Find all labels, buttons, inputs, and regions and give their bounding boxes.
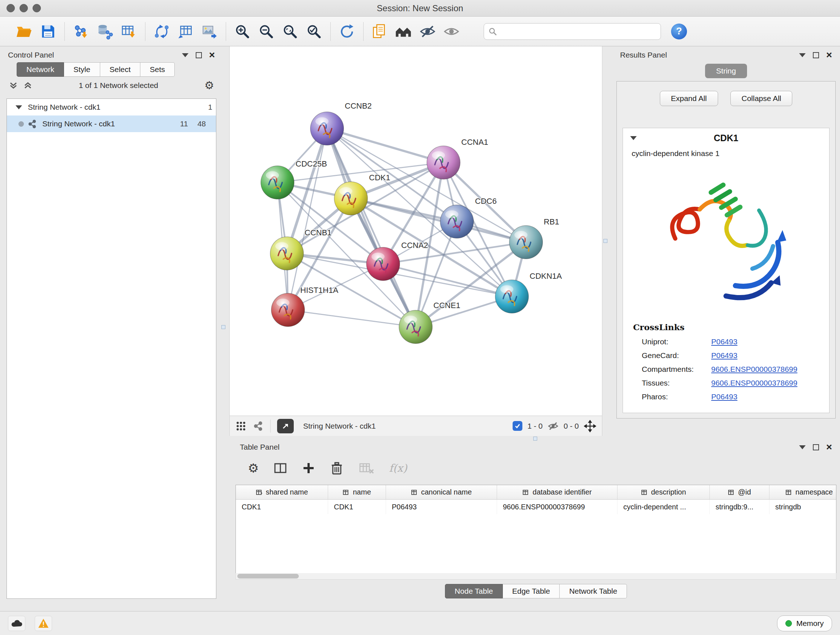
panel-menu-icon[interactable] bbox=[799, 53, 806, 57]
expand-all-icon[interactable] bbox=[23, 81, 33, 90]
close-panel-icon[interactable]: × bbox=[209, 51, 215, 59]
crosslink-tissues-link[interactable]: 9606.ENSP00000378699 bbox=[711, 379, 797, 387]
zoom-selected-icon[interactable] bbox=[302, 20, 326, 43]
tab-edge-table[interactable]: Edge Table bbox=[503, 584, 560, 599]
network-edge[interactable] bbox=[351, 198, 526, 242]
column-header[interactable]: database identifier bbox=[497, 485, 617, 500]
float-panel-icon[interactable] bbox=[196, 52, 202, 58]
hide-selected-eye-slash-icon[interactable] bbox=[416, 20, 439, 43]
column-header[interactable]: name bbox=[328, 485, 386, 500]
table-row[interactable]: CDK1 CDK1 P06493 9606.ENSP00000378699 cy… bbox=[236, 500, 836, 514]
network-collection-row[interactable]: String Network - cdk1 1 bbox=[7, 99, 216, 116]
update-network-icon[interactable] bbox=[335, 20, 359, 43]
network-edge[interactable] bbox=[288, 310, 416, 327]
crosslink-compartments-link[interactable]: 9606.ENSP00000378699 bbox=[711, 365, 797, 374]
import-network-file-icon[interactable] bbox=[69, 20, 93, 43]
cloud-status-icon[interactable] bbox=[8, 616, 25, 631]
network-edge[interactable] bbox=[327, 128, 444, 163]
function-builder-icon-disabled: f(x) bbox=[389, 462, 407, 474]
cell-namespace[interactable]: stringdb bbox=[769, 500, 836, 514]
column-header[interactable]: description bbox=[617, 485, 710, 500]
cell-database-identifier[interactable]: 9606.ENSP00000378699 bbox=[497, 500, 617, 514]
cell-id[interactable]: stringdb:9... bbox=[710, 500, 769, 514]
import-network-database-icon[interactable] bbox=[93, 20, 117, 43]
warning-icon[interactable] bbox=[35, 616, 52, 631]
cell-description[interactable]: cyclin-dependent ... bbox=[617, 500, 710, 514]
network-options-gear-icon[interactable]: ⚙ bbox=[204, 80, 214, 91]
network-node-HIST1H1A[interactable]: HIST1H1A bbox=[271, 286, 338, 326]
network-node-RB1[interactable]: RB1 bbox=[509, 217, 559, 259]
tab-network[interactable]: Network bbox=[17, 62, 64, 77]
home-layout-icon[interactable] bbox=[392, 20, 416, 43]
network-node-CDKN1A[interactable]: CDKN1A bbox=[495, 272, 562, 313]
new-table-icon[interactable] bbox=[174, 20, 197, 43]
network-view[interactable]: CCNB2CCNA1CDC25BCDK1CDC6RB1CCNB1CCNA2CDK… bbox=[229, 46, 602, 436]
search-input[interactable] bbox=[500, 27, 656, 36]
birds-eye-grid-icon[interactable] bbox=[235, 421, 246, 432]
tab-network-table[interactable]: Network Table bbox=[560, 584, 627, 599]
tab-sets[interactable]: Sets bbox=[141, 62, 175, 77]
memory-button[interactable]: Memory bbox=[777, 616, 832, 631]
bottom-splitter-handle[interactable] bbox=[533, 437, 537, 440]
float-panel-icon[interactable] bbox=[813, 444, 819, 450]
collapse-all-icon[interactable] bbox=[9, 81, 18, 90]
open-in-new-window-icon[interactable] bbox=[277, 419, 294, 433]
copy-icon[interactable] bbox=[368, 20, 392, 43]
tab-style[interactable]: Style bbox=[64, 62, 100, 77]
zoom-fit-icon[interactable] bbox=[278, 20, 302, 43]
table-options-gear-icon[interactable]: ⚙ bbox=[248, 463, 259, 473]
panel-menu-icon[interactable] bbox=[799, 445, 806, 449]
horizontal-scrollbar[interactable] bbox=[235, 573, 836, 580]
save-session-icon[interactable] bbox=[36, 20, 60, 43]
scrollbar-thumb[interactable] bbox=[237, 574, 299, 578]
new-network-icon[interactable] bbox=[150, 20, 174, 43]
float-panel-icon[interactable] bbox=[813, 52, 819, 58]
network-node-CDK1[interactable]: CDK1 bbox=[334, 173, 390, 215]
column-header[interactable]: @id bbox=[710, 485, 769, 500]
import-table-file-icon[interactable] bbox=[117, 20, 141, 43]
crosslink-genecard-link[interactable]: P06493 bbox=[711, 351, 737, 360]
panel-menu-icon[interactable] bbox=[182, 53, 188, 57]
node-label: CDK1 bbox=[369, 173, 390, 182]
crosslink-uniprot-link[interactable]: P06493 bbox=[711, 337, 737, 346]
expand-all-button[interactable]: Expand All bbox=[660, 91, 718, 106]
collapse-gene-icon[interactable] bbox=[630, 136, 637, 140]
network-edge[interactable] bbox=[327, 128, 416, 327]
collection-expand-icon[interactable] bbox=[16, 105, 22, 109]
cell-canonical-name[interactable]: P06493 bbox=[386, 500, 497, 514]
close-panel-icon[interactable]: × bbox=[826, 51, 832, 59]
network-edge[interactable] bbox=[288, 128, 327, 310]
pan-move-icon[interactable] bbox=[584, 420, 596, 432]
show-columns-icon[interactable] bbox=[273, 461, 287, 475]
node-label: CCNB2 bbox=[345, 101, 372, 111]
tab-string[interactable]: String bbox=[705, 64, 747, 78]
delete-columns-trash-icon[interactable] bbox=[330, 461, 344, 475]
selected-nodes-icon[interactable] bbox=[513, 421, 523, 431]
network-canvas[interactable]: CCNB2CCNA1CDC25BCDK1CDC6RB1CCNB1CCNA2CDK… bbox=[230, 46, 603, 416]
zoom-in-icon[interactable] bbox=[231, 20, 254, 43]
network-share-icon[interactable] bbox=[253, 421, 264, 432]
search-field[interactable] bbox=[484, 23, 661, 40]
export-image-icon[interactable] bbox=[197, 20, 221, 43]
network-node-CCNA1[interactable]: CCNA1 bbox=[427, 138, 488, 179]
column-header[interactable]: shared name bbox=[236, 485, 328, 500]
column-header[interactable]: canonical name bbox=[386, 485, 497, 500]
network-node-CCNE1[interactable]: CCNE1 bbox=[399, 301, 461, 344]
right-splitter-handle[interactable] bbox=[603, 239, 607, 243]
zoom-out-icon[interactable] bbox=[254, 20, 278, 43]
cell-name[interactable]: CDK1 bbox=[328, 500, 386, 514]
crosslink-pharos-link[interactable]: P06493 bbox=[711, 393, 737, 401]
collapse-all-button[interactable]: Collapse All bbox=[730, 91, 793, 106]
tab-select[interactable]: Select bbox=[100, 62, 141, 77]
cell-shared-name[interactable]: CDK1 bbox=[236, 500, 328, 514]
tab-node-table[interactable]: Node Table bbox=[445, 584, 503, 599]
help-icon[interactable]: ? bbox=[671, 24, 687, 40]
close-panel-icon[interactable]: × bbox=[826, 443, 832, 451]
hidden-eye-slash-icon[interactable] bbox=[548, 421, 559, 432]
show-all-eye-icon[interactable] bbox=[439, 20, 463, 43]
column-header[interactable]: namespace bbox=[769, 485, 836, 500]
create-column-plus-icon[interactable] bbox=[302, 462, 315, 475]
network-row-selected[interactable]: String Network - cdk1 11 48 bbox=[7, 116, 216, 132]
left-splitter-handle[interactable] bbox=[221, 325, 225, 329]
open-session-icon[interactable] bbox=[12, 20, 36, 43]
